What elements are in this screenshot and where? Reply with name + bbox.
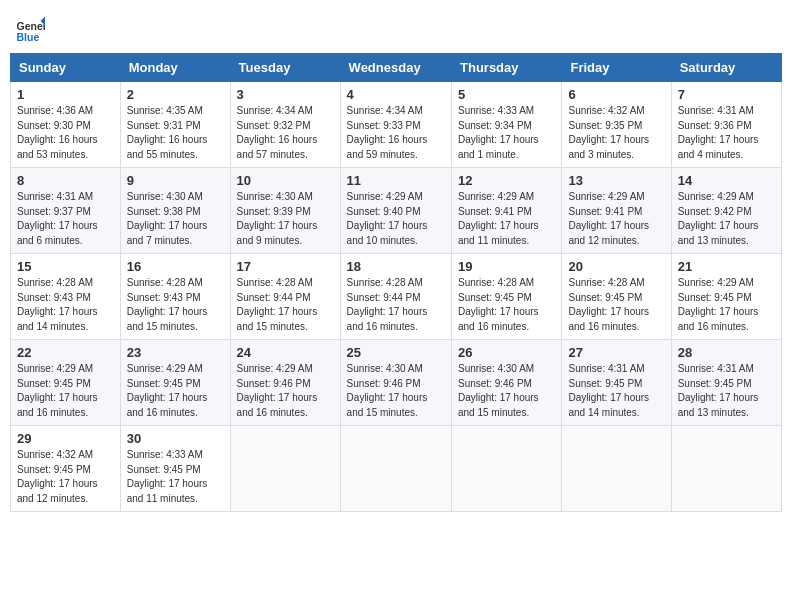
calendar-body: 1 Sunrise: 4:36 AM Sunset: 9:30 PM Dayli…: [11, 82, 782, 512]
calendar-cell: 24 Sunrise: 4:29 AM Sunset: 9:46 PM Dayl…: [230, 340, 340, 426]
day-info: Sunrise: 4:34 AM Sunset: 9:33 PM Dayligh…: [347, 104, 445, 162]
calendar-cell: [452, 426, 562, 512]
calendar-cell: 17 Sunrise: 4:28 AM Sunset: 9:44 PM Dayl…: [230, 254, 340, 340]
day-number: 7: [678, 87, 775, 102]
svg-text:Blue: Blue: [17, 31, 40, 43]
day-info: Sunrise: 4:30 AM Sunset: 9:38 PM Dayligh…: [127, 190, 224, 248]
day-info: Sunrise: 4:33 AM Sunset: 9:34 PM Dayligh…: [458, 104, 555, 162]
day-number: 2: [127, 87, 224, 102]
day-number: 22: [17, 345, 114, 360]
day-number: 8: [17, 173, 114, 188]
day-info: Sunrise: 4:31 AM Sunset: 9:37 PM Dayligh…: [17, 190, 114, 248]
day-number: 4: [347, 87, 445, 102]
column-header-saturday: Saturday: [671, 54, 781, 82]
calendar-cell: 3 Sunrise: 4:34 AM Sunset: 9:32 PM Dayli…: [230, 82, 340, 168]
day-number: 26: [458, 345, 555, 360]
day-number: 15: [17, 259, 114, 274]
calendar-cell: 29 Sunrise: 4:32 AM Sunset: 9:45 PM Dayl…: [11, 426, 121, 512]
calendar-cell: 15 Sunrise: 4:28 AM Sunset: 9:43 PM Dayl…: [11, 254, 121, 340]
calendar-cell: 28 Sunrise: 4:31 AM Sunset: 9:45 PM Dayl…: [671, 340, 781, 426]
day-info: Sunrise: 4:32 AM Sunset: 9:35 PM Dayligh…: [568, 104, 664, 162]
calendar-cell: [671, 426, 781, 512]
day-info: Sunrise: 4:30 AM Sunset: 9:39 PM Dayligh…: [237, 190, 334, 248]
calendar-cell: 8 Sunrise: 4:31 AM Sunset: 9:37 PM Dayli…: [11, 168, 121, 254]
day-info: Sunrise: 4:29 AM Sunset: 9:42 PM Dayligh…: [678, 190, 775, 248]
day-info: Sunrise: 4:29 AM Sunset: 9:45 PM Dayligh…: [678, 276, 775, 334]
calendar-cell: 6 Sunrise: 4:32 AM Sunset: 9:35 PM Dayli…: [562, 82, 671, 168]
day-info: Sunrise: 4:28 AM Sunset: 9:43 PM Dayligh…: [17, 276, 114, 334]
day-number: 17: [237, 259, 334, 274]
calendar-cell: 7 Sunrise: 4:31 AM Sunset: 9:36 PM Dayli…: [671, 82, 781, 168]
day-info: Sunrise: 4:34 AM Sunset: 9:32 PM Dayligh…: [237, 104, 334, 162]
calendar-cell: 27 Sunrise: 4:31 AM Sunset: 9:45 PM Dayl…: [562, 340, 671, 426]
calendar-cell: 9 Sunrise: 4:30 AM Sunset: 9:38 PM Dayli…: [120, 168, 230, 254]
calendar-cell: 22 Sunrise: 4:29 AM Sunset: 9:45 PM Dayl…: [11, 340, 121, 426]
calendar-cell: 10 Sunrise: 4:30 AM Sunset: 9:39 PM Dayl…: [230, 168, 340, 254]
column-header-friday: Friday: [562, 54, 671, 82]
day-info: Sunrise: 4:29 AM Sunset: 9:45 PM Dayligh…: [127, 362, 224, 420]
day-info: Sunrise: 4:29 AM Sunset: 9:40 PM Dayligh…: [347, 190, 445, 248]
day-number: 30: [127, 431, 224, 446]
week-row-3: 15 Sunrise: 4:28 AM Sunset: 9:43 PM Dayl…: [11, 254, 782, 340]
day-info: Sunrise: 4:30 AM Sunset: 9:46 PM Dayligh…: [347, 362, 445, 420]
calendar-cell: 20 Sunrise: 4:28 AM Sunset: 9:45 PM Dayl…: [562, 254, 671, 340]
day-number: 16: [127, 259, 224, 274]
calendar-cell: 2 Sunrise: 4:35 AM Sunset: 9:31 PM Dayli…: [120, 82, 230, 168]
calendar-cell: 1 Sunrise: 4:36 AM Sunset: 9:30 PM Dayli…: [11, 82, 121, 168]
week-row-1: 1 Sunrise: 4:36 AM Sunset: 9:30 PM Dayli…: [11, 82, 782, 168]
calendar-cell: 16 Sunrise: 4:28 AM Sunset: 9:43 PM Dayl…: [120, 254, 230, 340]
day-number: 25: [347, 345, 445, 360]
calendar-cell: 14 Sunrise: 4:29 AM Sunset: 9:42 PM Dayl…: [671, 168, 781, 254]
day-info: Sunrise: 4:33 AM Sunset: 9:45 PM Dayligh…: [127, 448, 224, 506]
calendar-cell: [340, 426, 451, 512]
day-info: Sunrise: 4:31 AM Sunset: 9:45 PM Dayligh…: [568, 362, 664, 420]
logo-icon: General Blue: [15, 15, 45, 45]
calendar-cell: [230, 426, 340, 512]
day-number: 27: [568, 345, 664, 360]
day-info: Sunrise: 4:35 AM Sunset: 9:31 PM Dayligh…: [127, 104, 224, 162]
day-number: 18: [347, 259, 445, 274]
day-number: 3: [237, 87, 334, 102]
day-number: 10: [237, 173, 334, 188]
day-number: 1: [17, 87, 114, 102]
day-info: Sunrise: 4:29 AM Sunset: 9:46 PM Dayligh…: [237, 362, 334, 420]
day-number: 13: [568, 173, 664, 188]
week-row-4: 22 Sunrise: 4:29 AM Sunset: 9:45 PM Dayl…: [11, 340, 782, 426]
calendar-cell: 30 Sunrise: 4:33 AM Sunset: 9:45 PM Dayl…: [120, 426, 230, 512]
calendar-cell: 11 Sunrise: 4:29 AM Sunset: 9:40 PM Dayl…: [340, 168, 451, 254]
day-info: Sunrise: 4:30 AM Sunset: 9:46 PM Dayligh…: [458, 362, 555, 420]
logo: General Blue: [15, 15, 45, 45]
calendar-cell: 26 Sunrise: 4:30 AM Sunset: 9:46 PM Dayl…: [452, 340, 562, 426]
day-number: 19: [458, 259, 555, 274]
header: General Blue: [10, 10, 782, 45]
day-info: Sunrise: 4:36 AM Sunset: 9:30 PM Dayligh…: [17, 104, 114, 162]
day-info: Sunrise: 4:32 AM Sunset: 9:45 PM Dayligh…: [17, 448, 114, 506]
calendar-cell: 21 Sunrise: 4:29 AM Sunset: 9:45 PM Dayl…: [671, 254, 781, 340]
day-number: 24: [237, 345, 334, 360]
day-info: Sunrise: 4:31 AM Sunset: 9:36 PM Dayligh…: [678, 104, 775, 162]
column-header-tuesday: Tuesday: [230, 54, 340, 82]
day-info: Sunrise: 4:28 AM Sunset: 9:43 PM Dayligh…: [127, 276, 224, 334]
day-info: Sunrise: 4:29 AM Sunset: 9:41 PM Dayligh…: [568, 190, 664, 248]
calendar-cell: 25 Sunrise: 4:30 AM Sunset: 9:46 PM Dayl…: [340, 340, 451, 426]
calendar-cell: 19 Sunrise: 4:28 AM Sunset: 9:45 PM Dayl…: [452, 254, 562, 340]
calendar-cell: 5 Sunrise: 4:33 AM Sunset: 9:34 PM Dayli…: [452, 82, 562, 168]
calendar-table: SundayMondayTuesdayWednesdayThursdayFrid…: [10, 53, 782, 512]
day-number: 23: [127, 345, 224, 360]
column-header-monday: Monday: [120, 54, 230, 82]
day-number: 28: [678, 345, 775, 360]
day-number: 20: [568, 259, 664, 274]
column-header-wednesday: Wednesday: [340, 54, 451, 82]
day-info: Sunrise: 4:28 AM Sunset: 9:44 PM Dayligh…: [347, 276, 445, 334]
day-number: 5: [458, 87, 555, 102]
day-number: 29: [17, 431, 114, 446]
calendar-header-row: SundayMondayTuesdayWednesdayThursdayFrid…: [11, 54, 782, 82]
day-info: Sunrise: 4:29 AM Sunset: 9:45 PM Dayligh…: [17, 362, 114, 420]
column-header-sunday: Sunday: [11, 54, 121, 82]
day-info: Sunrise: 4:28 AM Sunset: 9:45 PM Dayligh…: [568, 276, 664, 334]
day-number: 14: [678, 173, 775, 188]
week-row-5: 29 Sunrise: 4:32 AM Sunset: 9:45 PM Dayl…: [11, 426, 782, 512]
calendar-cell: 12 Sunrise: 4:29 AM Sunset: 9:41 PM Dayl…: [452, 168, 562, 254]
day-number: 12: [458, 173, 555, 188]
calendar-cell: 13 Sunrise: 4:29 AM Sunset: 9:41 PM Dayl…: [562, 168, 671, 254]
